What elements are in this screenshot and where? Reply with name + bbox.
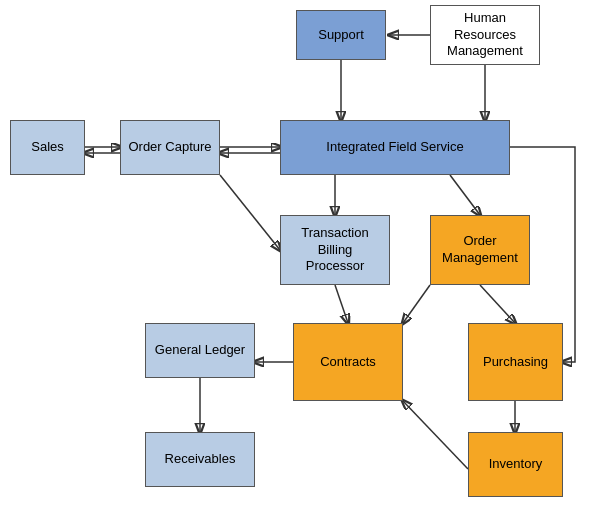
support-label: Support — [318, 27, 364, 44]
inventory-label: Inventory — [489, 456, 542, 473]
svg-line-10 — [335, 285, 348, 323]
svg-line-9 — [450, 175, 480, 215]
contracts-label: Contracts — [320, 354, 376, 371]
svg-line-7 — [220, 175, 280, 250]
support-node: Support — [296, 10, 386, 60]
svg-line-11 — [403, 285, 430, 323]
sales-label: Sales — [31, 139, 64, 156]
svg-line-12 — [480, 285, 515, 323]
receivables-node: Receivables — [145, 432, 255, 487]
sales-node: Sales — [10, 120, 85, 175]
order-management-label: OrderManagement — [442, 233, 518, 267]
order-capture-node: Order Capture — [120, 120, 220, 175]
inventory-node: Inventory — [468, 432, 563, 497]
general-ledger-node: General Ledger — [145, 323, 255, 378]
contracts-node: Contracts — [293, 323, 403, 401]
human-resources-label: HumanResourcesManagement — [447, 10, 523, 61]
order-capture-label: Order Capture — [128, 139, 211, 156]
integrated-field-service-label: Integrated Field Service — [326, 139, 463, 156]
transaction-billing-label: TransactionBillingProcessor — [301, 225, 368, 276]
svg-line-16 — [403, 401, 468, 469]
diagram: Support HumanResourcesManagement Sales O… — [0, 0, 603, 507]
order-management-node: OrderManagement — [430, 215, 530, 285]
transaction-billing-node: TransactionBillingProcessor — [280, 215, 390, 285]
receivables-label: Receivables — [165, 451, 236, 468]
purchasing-label: Purchasing — [483, 354, 548, 371]
purchasing-node: Purchasing — [468, 323, 563, 401]
integrated-field-service-node: Integrated Field Service — [280, 120, 510, 175]
human-resources-node: HumanResourcesManagement — [430, 5, 540, 65]
general-ledger-label: General Ledger — [155, 342, 245, 359]
